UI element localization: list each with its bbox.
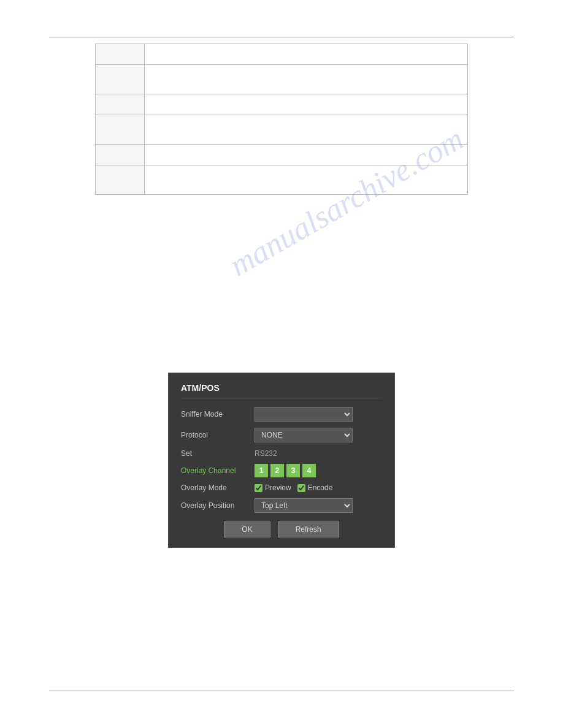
table-row — [96, 145, 468, 165]
channel-buttons-group: 1 2 3 4 — [255, 464, 382, 477]
overlay-position-select[interactable]: Top Left Top Right Bottom Left Bottom Ri… — [255, 498, 353, 513]
overlay-channel-label: Overlay Channel — [181, 466, 255, 475]
channel-btn-1[interactable]: 1 — [255, 464, 268, 477]
table-row — [96, 165, 468, 195]
overlay-mode-row: Overlay Mode Preview Encode — [181, 483, 382, 492]
table-cell-value — [145, 165, 468, 195]
encode-checkbox[interactable] — [297, 484, 305, 492]
overlay-mode-label: Overlay Mode — [181, 483, 255, 492]
overlay-mode-control: Preview Encode — [255, 483, 382, 492]
table-cell-label — [96, 115, 145, 145]
atm-pos-dialog: ATM/POS Sniffer Mode Protocol NONE RS232… — [168, 373, 395, 548]
set-control: RS232 — [255, 449, 382, 458]
table-cell-value — [145, 65, 468, 94]
table-cell-label — [96, 44, 145, 65]
sniffer-mode-control — [255, 407, 382, 422]
channel-btn-2[interactable]: 2 — [270, 464, 284, 477]
preview-label: Preview — [265, 483, 291, 492]
top-table — [95, 44, 468, 195]
protocol-select[interactable]: NONE RS232 RS485 — [255, 428, 353, 442]
preview-checkbox[interactable] — [255, 484, 262, 492]
table-row — [96, 65, 468, 94]
protocol-control: NONE RS232 RS485 — [255, 428, 382, 442]
table-row — [96, 44, 468, 65]
overlay-position-row: Overlay Position Top Left Top Right Bott… — [181, 498, 382, 513]
channel-btn-3[interactable]: 3 — [286, 464, 300, 477]
protocol-label: Protocol — [181, 431, 255, 439]
table-cell-label — [96, 65, 145, 94]
bottom-divider — [49, 691, 514, 691]
encode-checkbox-label[interactable]: Encode — [297, 483, 333, 492]
dialog-area: ATM/POS Sniffer Mode Protocol NONE RS232… — [0, 373, 563, 548]
table-cell-value — [145, 115, 468, 145]
overlay-position-label: Overlay Position — [181, 501, 255, 510]
top-divider — [49, 37, 514, 37]
preview-checkbox-label[interactable]: Preview — [255, 483, 291, 492]
sniffer-mode-label: Sniffer Mode — [181, 410, 255, 419]
protocol-row: Protocol NONE RS232 RS485 — [181, 428, 382, 442]
channel-btn-4[interactable]: 4 — [302, 464, 316, 477]
table-row — [96, 94, 468, 115]
dialog-title: ATM/POS — [181, 383, 382, 398]
overlay-channel-row: Overlay Channel 1 2 3 4 — [181, 464, 382, 477]
table-row — [96, 115, 468, 145]
set-value: RS232 — [255, 449, 277, 458]
sniffer-mode-select[interactable] — [255, 407, 353, 422]
dialog-buttons: OK Refresh — [181, 521, 382, 537]
sniffer-mode-row: Sniffer Mode — [181, 407, 382, 422]
table-cell-value — [145, 145, 468, 165]
set-row: Set RS232 — [181, 449, 382, 458]
overlay-position-control: Top Left Top Right Bottom Left Bottom Ri… — [255, 498, 382, 513]
set-label: Set — [181, 449, 255, 458]
encode-label: Encode — [308, 483, 333, 492]
table-cell-value — [145, 44, 468, 65]
table-cell-value — [145, 94, 468, 115]
ok-button[interactable]: OK — [224, 521, 270, 537]
table-cell-label — [96, 145, 145, 165]
table-cell-label — [96, 165, 145, 195]
table-cell-label — [96, 94, 145, 115]
refresh-button[interactable]: Refresh — [278, 521, 339, 537]
